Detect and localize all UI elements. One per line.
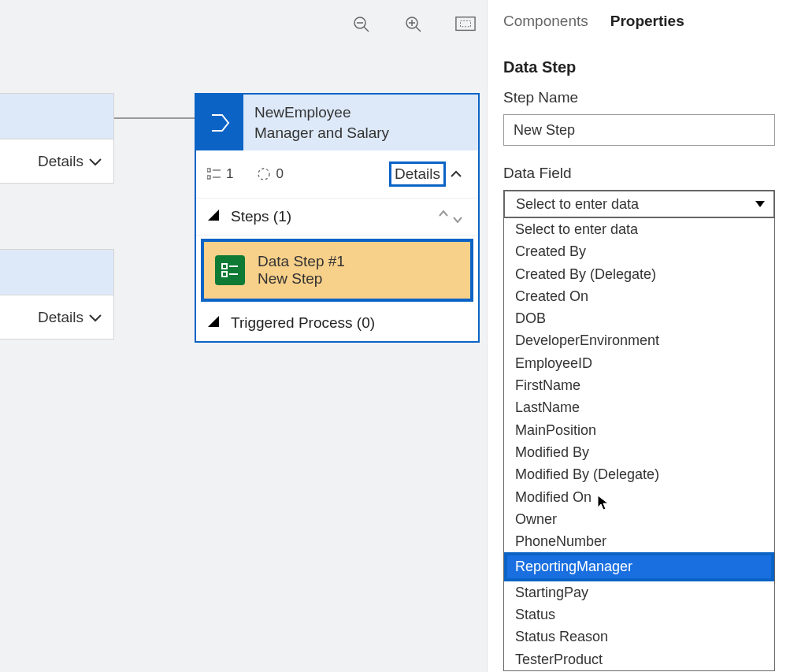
svg-line-4 <box>416 27 421 32</box>
step-subtitle: New Step <box>258 270 345 288</box>
dropdown-option[interactable]: Created On <box>504 285 774 307</box>
details-label: Details <box>38 309 83 326</box>
stage-title-line2: Manager and Salary <box>254 123 467 143</box>
stage-header: NewEmployee Manager and Salary <box>196 95 478 150</box>
svg-rect-7 <box>456 17 475 31</box>
properties-section-title: Data Step <box>503 58 777 76</box>
dropdown-option[interactable]: MainPosition <box>504 419 774 441</box>
dropdown-option[interactable]: Modified On <box>504 486 774 508</box>
dropdown-option[interactable]: Created By (Delegate) <box>504 263 774 285</box>
step-name-label: Step Name <box>503 89 777 106</box>
mouse-cursor-icon <box>597 495 610 514</box>
svg-line-1 <box>364 27 369 32</box>
svg-marker-14 <box>208 210 219 221</box>
reorder-arrows[interactable] <box>437 209 464 225</box>
dropdown-option[interactable]: EmployeeID <box>504 352 774 374</box>
dropdown-option[interactable]: LastName <box>504 396 774 418</box>
svg-marker-19 <box>208 316 219 327</box>
panel-tabs: Components Properties <box>503 0 777 36</box>
steps-count: 1 <box>207 166 233 182</box>
dropdown-option[interactable]: Modified By <box>504 441 774 463</box>
svg-rect-15 <box>222 264 227 269</box>
chevron-down-icon <box>755 200 766 208</box>
dropdown-option[interactable]: DOB <box>504 307 774 329</box>
triangle-collapse-icon <box>207 208 220 225</box>
zoom-in-icon[interactable] <box>403 14 424 35</box>
chevron-up-icon <box>450 165 462 183</box>
dropdown-option[interactable]: DeveloperEnvironment <box>504 329 774 351</box>
stage-card-peek-2[interactable]: Details <box>0 249 114 340</box>
dropdown-option[interactable]: TesterProduct <box>504 648 774 670</box>
data-field-label: Data Field <box>503 165 777 182</box>
dropdown-option[interactable]: PhoneNumber <box>504 530 774 552</box>
dropdown-option[interactable]: FirstName <box>504 374 774 396</box>
details-label: Details <box>38 153 83 170</box>
data-field-select-value: Select to enter data <box>516 196 639 213</box>
dropdown-option[interactable]: Modified By (Delegate) <box>504 463 774 485</box>
dropdown-option[interactable]: Created By <box>504 240 774 262</box>
zoom-toolbar <box>351 14 476 35</box>
svg-marker-20 <box>755 201 765 207</box>
stage-title-line1: NewEmployee <box>254 102 467 123</box>
svg-rect-16 <box>222 272 227 277</box>
dropdown-option[interactable]: Status Reason <box>504 626 774 648</box>
triggers-count: 0 <box>257 166 283 182</box>
data-step-row[interactable]: Data Step #1 New Step <box>201 239 473 302</box>
data-field-select[interactable]: Select to enter data <box>503 190 775 218</box>
chevron-down-icon <box>88 153 102 170</box>
steps-section-header[interactable]: Steps (1) <box>196 199 478 236</box>
tab-properties[interactable]: Properties <box>610 13 684 30</box>
data-field-dropdown[interactable]: Select to enter dataCreated ByCreated By… <box>503 218 775 671</box>
triangle-collapse-icon <box>207 314 220 332</box>
tab-components[interactable]: Components <box>503 13 588 30</box>
dropdown-option[interactable]: Owner <box>504 508 774 530</box>
svg-rect-9 <box>207 169 210 172</box>
dropdown-option-selected[interactable]: ReportingManager <box>504 552 774 581</box>
triggered-section-header[interactable]: Triggered Process (0) <box>196 305 478 341</box>
triggered-header-label: Triggered Process (0) <box>231 314 375 332</box>
svg-marker-21 <box>598 496 608 510</box>
data-step-icon <box>215 255 245 285</box>
stage-card[interactable]: NewEmployee Manager and Salary 1 0 Detai… <box>195 93 480 343</box>
details-label: Details <box>389 162 446 187</box>
svg-point-13 <box>258 169 269 180</box>
steps-count-value: 1 <box>226 166 233 182</box>
svg-rect-8 <box>461 20 471 26</box>
properties-panel: Components Properties Data Step Step Nam… <box>488 0 790 672</box>
connector-line <box>114 117 195 119</box>
stage-details-toggle[interactable]: Details <box>384 158 467 190</box>
process-canvas: Details Details NewEmployee Manager and … <box>0 0 488 672</box>
steps-header-label: Steps (1) <box>231 208 291 225</box>
stage-icon <box>196 95 243 150</box>
dropdown-option[interactable]: Select to enter data <box>504 218 774 240</box>
step-title: Data Step #1 <box>258 253 345 270</box>
dropdown-option[interactable]: StartingPay <box>504 581 774 603</box>
zoom-out-icon[interactable] <box>351 14 372 35</box>
svg-rect-10 <box>207 176 210 179</box>
fit-to-screen-icon[interactable] <box>455 14 476 35</box>
stage-meta-row: 1 0 Details <box>196 150 478 199</box>
stage-card-peek-1[interactable]: Details <box>0 93 114 184</box>
dropdown-option[interactable]: Status <box>504 603 774 626</box>
step-name-input[interactable] <box>503 114 775 146</box>
triggers-count-value: 0 <box>276 166 283 182</box>
chevron-down-icon <box>88 309 102 326</box>
